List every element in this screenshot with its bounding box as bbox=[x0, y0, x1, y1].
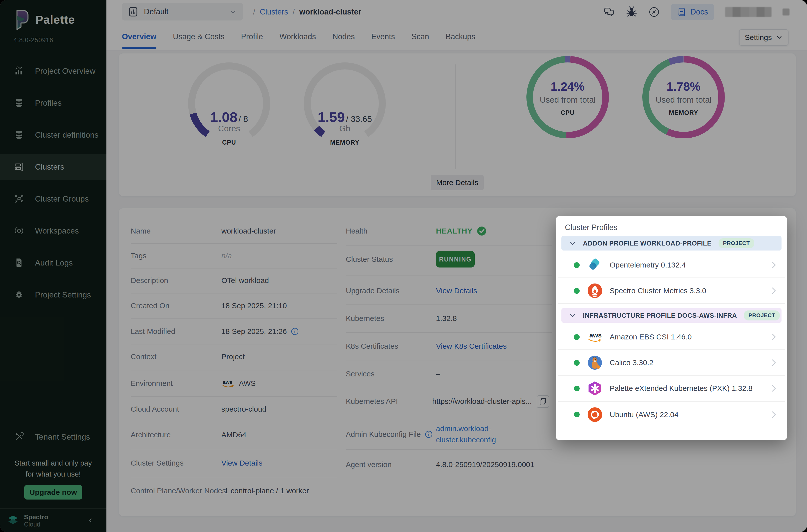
profile-layer-spectro-cluster-metrics[interactable]: Spectro Cluster Metrics 3.3.0 bbox=[558, 278, 785, 304]
status-dot bbox=[574, 386, 580, 392]
chevron-down-icon bbox=[568, 312, 577, 319]
profile-layer-pxk[interactable]: Palette eXtended Kubernetes (PXK) 1.32.8 bbox=[558, 376, 785, 402]
status-dot bbox=[574, 334, 580, 340]
status-dot bbox=[574, 262, 580, 268]
chevron-right-icon bbox=[771, 261, 776, 269]
cluster-profiles-panel: Cluster Profiles ADDON PROFILE WORKLOAD-… bbox=[556, 216, 787, 440]
status-dot bbox=[574, 360, 580, 366]
ubuntu-icon bbox=[587, 406, 603, 423]
pxk-icon bbox=[587, 380, 603, 397]
chevron-right-icon bbox=[771, 286, 776, 295]
chevron-down-icon bbox=[568, 240, 577, 246]
chevron-right-icon bbox=[771, 384, 776, 393]
prometheus-icon bbox=[587, 283, 603, 299]
profile-layer-amazon-ebs-csi[interactable]: aws Amazon EBS CSI 1.46.0 bbox=[558, 324, 785, 350]
profile-layer-opentelemetry[interactable]: Opentelemetry 0.132.4 bbox=[558, 252, 785, 278]
chevron-right-icon bbox=[771, 358, 776, 367]
opentelemetry-icon bbox=[587, 257, 603, 273]
infrastructure-profile-section-header[interactable]: INFRASTRUCTURE PROFILE DOCS-AWS-INFRA PR… bbox=[561, 308, 782, 323]
svg-text:aws: aws bbox=[589, 331, 602, 339]
app-window: Palette 4.8.0-250916 Project Overview Pr… bbox=[0, 0, 807, 532]
addon-profile-section-header[interactable]: ADDON PROFILE WORKLOAD-PROFILE PROJECT bbox=[561, 236, 782, 250]
project-badge: PROJECT bbox=[718, 238, 754, 248]
calico-icon bbox=[587, 355, 603, 371]
status-dot bbox=[574, 412, 580, 417]
cluster-profiles-title: Cluster Profiles bbox=[565, 223, 617, 232]
profile-layer-calico[interactable]: Calico 3.30.2 bbox=[558, 350, 785, 376]
chevron-right-icon bbox=[771, 410, 776, 419]
project-badge: PROJECT bbox=[744, 310, 780, 320]
chevron-right-icon bbox=[771, 332, 776, 341]
profile-layer-ubuntu[interactable]: Ubuntu (AWS) 22.04 bbox=[558, 402, 785, 428]
aws-logo-icon: aws bbox=[587, 329, 603, 345]
status-dot bbox=[574, 288, 580, 294]
